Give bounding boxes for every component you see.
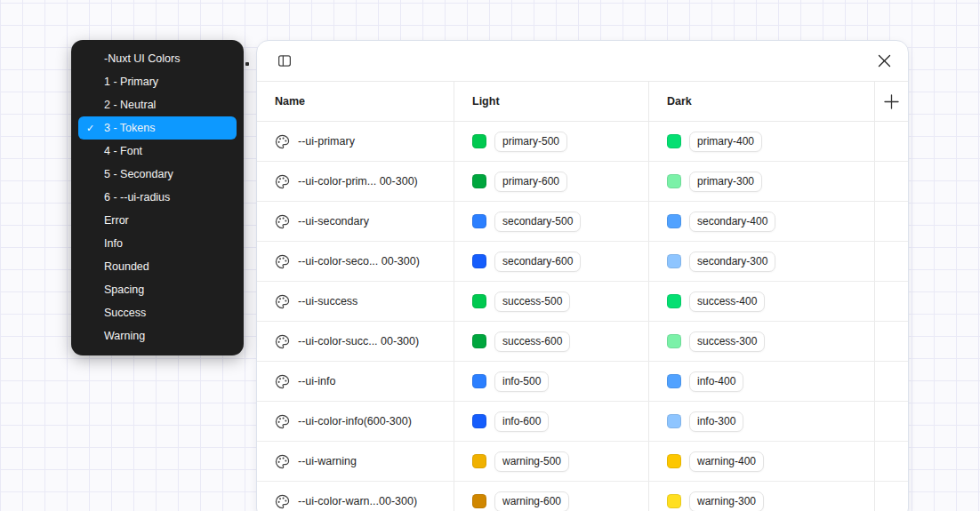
panel-toolbar: [257, 41, 908, 81]
color-swatch-dark[interactable]: [667, 174, 681, 188]
panel-left-icon: [277, 53, 293, 68]
menu-item-error[interactable]: Error: [78, 209, 237, 232]
color-swatch-light[interactable]: [472, 414, 486, 428]
menu-item-label: 4 - Font: [104, 145, 142, 157]
variable-name: --ui-color-seco... 00-300): [298, 255, 420, 267]
menu-item-label: 1 - Primary: [104, 76, 158, 88]
menu-item-5-secondary[interactable]: 5 - Secondary: [78, 163, 237, 186]
token-badge-dark[interactable]: warning-300: [689, 491, 764, 511]
token-badge-dark[interactable]: info-400: [689, 371, 743, 392]
color-swatch-light[interactable]: [472, 134, 486, 148]
token-badge-light[interactable]: primary-600: [494, 172, 567, 192]
color-swatch-dark[interactable]: [667, 294, 681, 308]
menu-item-label: Spacing: [104, 283, 144, 296]
table-row[interactable]: --ui-secondary secondary-500 secondary-4…: [257, 202, 908, 242]
color-swatch-dark[interactable]: [667, 494, 681, 508]
checkmark-icon: ✓: [78, 124, 104, 133]
table-row[interactable]: --ui-primary primary-500 primary-400: [257, 122, 908, 162]
color-swatch-light[interactable]: [472, 254, 486, 268]
menu-item-success[interactable]: Success: [78, 301, 237, 324]
token-badge-dark[interactable]: info-300: [689, 411, 743, 432]
close-button[interactable]: [872, 50, 896, 73]
variable-name: --ui-color-warn...00-300): [298, 495, 417, 507]
color-swatch-light[interactable]: [472, 454, 486, 468]
menu-item-label: 5 - Secondary: [104, 168, 173, 180]
menu-item-4-font[interactable]: 4 - Font: [78, 140, 237, 163]
token-badge-light[interactable]: primary-500: [494, 132, 567, 152]
color-swatch-dark[interactable]: [667, 374, 681, 388]
token-badge-dark[interactable]: primary-300: [689, 172, 762, 192]
token-badge-dark[interactable]: success-300: [689, 331, 765, 352]
palette-icon: [275, 294, 290, 309]
palette-icon: [275, 494, 290, 509]
token-badge-dark[interactable]: secondary-300: [689, 252, 775, 272]
menu-item-label: Warning: [104, 330, 145, 342]
menu-item-label: Info: [104, 237, 123, 250]
variable-name: --ui-warning: [298, 455, 357, 467]
variable-name: --ui-color-prim... 00-300): [298, 175, 418, 188]
color-swatch-light[interactable]: [472, 214, 486, 228]
menu-item-label: 3 - Tokens: [104, 122, 155, 134]
token-badge-dark[interactable]: warning-400: [689, 451, 764, 472]
palette-icon: [275, 254, 290, 269]
table-row[interactable]: --ui-color-succ... 00-300) success-600 s…: [257, 322, 908, 362]
table-row[interactable]: --ui-info info-500 info-400: [257, 362, 908, 402]
color-swatch-light[interactable]: [472, 494, 486, 508]
token-badge-dark[interactable]: success-400: [689, 291, 765, 312]
menu-item-spacing[interactable]: Spacing: [78, 278, 237, 301]
token-badge-light[interactable]: info-600: [494, 411, 549, 432]
table-body: --ui-primary primary-500 primary-400 --: [257, 122, 908, 511]
close-icon: [878, 54, 891, 68]
color-swatch-light[interactable]: [472, 374, 486, 388]
menu-item-warning[interactable]: Warning: [78, 324, 237, 347]
color-swatch-dark[interactable]: [667, 454, 681, 468]
sidebar-toggle-button[interactable]: [273, 50, 296, 73]
color-swatch-light[interactable]: [472, 334, 486, 348]
palette-icon: [275, 334, 290, 349]
column-header-dark[interactable]: Dark: [648, 82, 874, 121]
menu-item-1-primary[interactable]: 1 - Primary: [78, 70, 237, 93]
token-badge-dark[interactable]: secondary-400: [689, 212, 775, 232]
table-row[interactable]: --ui-warning warning-500 warning-400: [257, 442, 908, 482]
color-swatch-dark[interactable]: [667, 414, 681, 428]
color-swatch-dark[interactable]: [667, 254, 681, 268]
column-header-name[interactable]: Name: [257, 82, 454, 121]
token-badge-light[interactable]: warning-600: [494, 491, 569, 511]
column-header-light[interactable]: Light: [454, 82, 648, 121]
table-row[interactable]: --ui-color-seco... 00-300) secondary-600…: [257, 242, 908, 282]
token-badge-light[interactable]: info-500: [494, 371, 549, 392]
color-swatch-light[interactable]: [472, 174, 486, 188]
variable-name: --ui-secondary: [298, 215, 369, 228]
variable-name: --ui-primary: [298, 135, 355, 148]
menu-item-3-tokens[interactable]: ✓ 3 - Tokens: [78, 116, 237, 140]
token-badge-light[interactable]: success-500: [494, 291, 570, 312]
table-row[interactable]: --ui-color-info(600-300) info-600 info-3…: [257, 402, 908, 442]
variable-name: --ui-color-info(600-300): [298, 415, 412, 427]
menu-item-rounded[interactable]: Rounded: [78, 255, 237, 278]
color-swatch-dark[interactable]: [667, 134, 681, 148]
palette-icon: [275, 374, 290, 389]
collections-dropdown-menu: -Nuxt UI Colors 1 - Primary 2 - Neutral …: [71, 40, 244, 355]
dropdown-caret-dot: [245, 62, 249, 66]
menu-item-nuxt-ui-colors[interactable]: -Nuxt UI Colors: [78, 47, 237, 70]
menu-item-label: Error: [104, 214, 129, 227]
table-row[interactable]: --ui-color-warn...00-300) warning-600 wa…: [257, 482, 908, 511]
variables-panel: Name Light Dark: [256, 40, 909, 511]
variable-name: --ui-success: [298, 295, 357, 307]
palette-icon: [275, 414, 290, 429]
palette-icon: [275, 454, 290, 469]
token-badge-dark[interactable]: primary-400: [689, 132, 762, 152]
color-swatch-light[interactable]: [472, 294, 486, 308]
token-badge-light[interactable]: secondary-600: [494, 252, 581, 272]
menu-item-2-neutral[interactable]: 2 - Neutral: [78, 93, 237, 116]
color-swatch-dark[interactable]: [667, 334, 681, 348]
table-row[interactable]: --ui-color-prim... 00-300) primary-600 p…: [257, 162, 908, 202]
menu-item-6-ui-radius[interactable]: 6 - --ui-radius: [78, 186, 237, 209]
token-badge-light[interactable]: secondary-500: [494, 212, 581, 232]
add-mode-button[interactable]: [880, 90, 904, 113]
menu-item-info[interactable]: Info: [78, 232, 237, 255]
token-badge-light[interactable]: success-600: [494, 331, 570, 352]
table-row[interactable]: --ui-success success-500 success-400: [257, 282, 908, 322]
token-badge-light[interactable]: warning-500: [494, 451, 569, 472]
color-swatch-dark[interactable]: [667, 214, 681, 228]
